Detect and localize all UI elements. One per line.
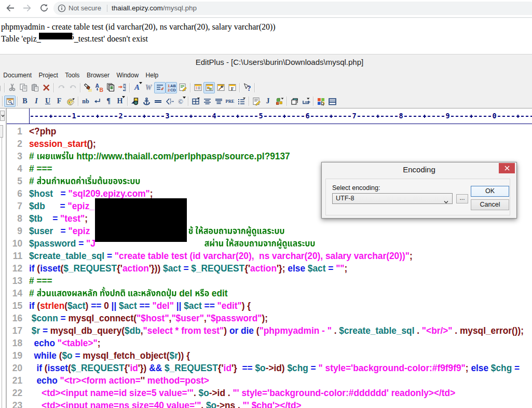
ruler-dash: [277, 108, 282, 117]
menu-browser[interactable]: Browser: [87, 72, 110, 79]
undo-icon[interactable]: [56, 82, 67, 93]
paste-icon[interactable]: [29, 82, 40, 93]
dialog-close-button[interactable]: [499, 163, 515, 173]
object-icon[interactable]: [274, 96, 285, 107]
context-help-icon[interactable]: ?: [241, 82, 253, 93]
cliptext-window-icon[interactable]: [203, 82, 215, 93]
replace-icon[interactable]: AB: [93, 82, 105, 93]
bold-icon[interactable]: B: [19, 96, 31, 107]
ruler-corner-box[interactable]: [0, 111, 5, 121]
svg-text:A: A: [95, 83, 99, 89]
new-document-icon[interactable]: [0, 82, 3, 93]
menu-tools[interactable]: Tools: [65, 72, 79, 79]
delete-icon[interactable]: [40, 82, 52, 93]
ruler-dash: [39, 108, 44, 117]
font-icon-part-part: [139, 82, 142, 84]
code-token: '};: [277, 263, 288, 274]
code-token: ==: [202, 300, 217, 311]
forward-button[interactable]: [22, 4, 33, 14]
anchor-icon[interactable]: [141, 96, 152, 107]
code-token: #: [29, 175, 36, 186]
align-center-icon[interactable]: [201, 96, 213, 107]
split-window-icon[interactable]: [326, 96, 338, 107]
wrap-to-window-icon[interactable]: W: [143, 82, 154, 93]
code-token: .: [414, 325, 421, 336]
encoding-dialog: Encoding Select encoding: UTF-8 ... OK C…: [321, 162, 517, 219]
script-icon[interactable]: [251, 96, 262, 107]
copy-icon[interactable]: [18, 82, 29, 93]
nonbreaking-space-icon[interactable]: nb: [80, 96, 91, 107]
function-list-icon[interactable]: F: [226, 82, 238, 93]
back-button[interactable]: [6, 4, 16, 14]
encoding-select-label: Select encoding:: [332, 184, 380, 192]
code-token: [53, 225, 60, 236]
menu-project[interactable]: Project: [39, 72, 58, 79]
ruler-dash: [132, 108, 137, 117]
underline-icon[interactable]: U: [42, 96, 53, 107]
menu-document[interactable]: Document: [3, 72, 32, 79]
code-token: "' style='background-color:#dddddd' read…: [233, 387, 455, 398]
code-line-10: 10$password = "J: [0, 238, 532, 250]
code-token: ==: [91, 300, 104, 311]
ruler-scale-part: 7: [352, 108, 357, 124]
info-icon[interactable]: [58, 4, 66, 12]
code-token-thai: [188, 225, 285, 236]
tool-window-icon[interactable]: [215, 82, 226, 93]
javascript-icon[interactable]: J: [262, 96, 274, 107]
ok-button[interactable]: OK: [471, 186, 509, 197]
break-tag-icon[interactable]: [163, 96, 175, 107]
editplus-titlebar[interactable]: EditPlus - [C:\Users\burin\Downloads\mys…: [0, 54, 532, 69]
italic-icon[interactable]: I: [31, 96, 42, 107]
find-in-files-icon[interactable]: [105, 82, 116, 93]
list-icon[interactable]: [236, 96, 247, 107]
dialog-title: Encoding: [322, 165, 516, 174]
text-color-icon[interactable]: [65, 96, 76, 107]
cut-icon[interactable]: [6, 82, 18, 93]
image-icon[interactable]: [129, 96, 141, 107]
pre-icon[interactable]: PRE: [224, 96, 236, 107]
reload-button[interactable]: [39, 4, 50, 14]
page-output-line2-prefix: Table 'epiz_: [1, 34, 41, 43]
ruler-scale-part: 1: [72, 108, 76, 124]
encoding-combobox[interactable]: UTF-8: [332, 193, 453, 204]
code-token: .: [201, 400, 206, 408]
code-token: =: [107, 250, 115, 261]
redo-icon[interactable]: [67, 82, 78, 93]
font-icon[interactable]: A: [131, 82, 143, 93]
browser-preview-icon[interactable]: [4, 96, 16, 107]
italic-icon-part: I: [35, 98, 37, 105]
word-wrap-icon[interactable]: [154, 82, 166, 93]
document-properties-icon[interactable]: [177, 82, 188, 93]
paragraph-icon[interactable]: ¶: [103, 96, 114, 107]
tag-select-icon[interactable]: [300, 96, 311, 107]
code-line-16: 16 $conn = mysql_connect("$host","$user"…: [0, 312, 532, 325]
cancel-button[interactable]: Cancel: [471, 199, 509, 210]
horizontal-rule-icon[interactable]: [152, 96, 163, 107]
font-face-icon[interactable]: F: [53, 96, 65, 107]
ruler-dash: [333, 108, 338, 117]
find-icon[interactable]: [82, 82, 93, 93]
line-break-icon[interactable]: [91, 96, 103, 107]
goto-line-icon[interactable]: [116, 82, 128, 93]
special-char-icon-part: ©: [178, 98, 183, 105]
code-token: ): [224, 325, 229, 336]
browse-encodings-button[interactable]: ...: [456, 194, 468, 203]
table-icon[interactable]: [190, 96, 201, 107]
menu-window[interactable]: Window: [116, 72, 139, 79]
code-text: $host = "sql209.epizy.com";: [29, 188, 153, 199]
editor-area[interactable]: 12345678901 1<?php2session_start();3# ht…: [0, 108, 532, 408]
ruler-dash: [319, 108, 324, 117]
copy-html-icon[interactable]: [289, 96, 300, 107]
chrome-bottom-border-light: [0, 18, 532, 18]
address-bar[interactable]: Not secure thaiall.epizy.com/mysql.php: [53, 2, 532, 15]
toolbar-separator: [239, 83, 240, 92]
ruler-dash: [53, 108, 58, 117]
special-char-icon[interactable]: ©: [175, 96, 186, 107]
line-number: 6: [2, 188, 22, 199]
line-numbers-icon[interactable]: 12ABCD: [166, 82, 177, 93]
document-list-icon[interactable]: [192, 82, 203, 93]
align-right-icon[interactable]: [213, 96, 224, 107]
browser-window-icon[interactable]: [315, 96, 326, 107]
heading-icon[interactable]: H: [114, 96, 126, 107]
menu-help[interactable]: Help: [146, 72, 159, 79]
